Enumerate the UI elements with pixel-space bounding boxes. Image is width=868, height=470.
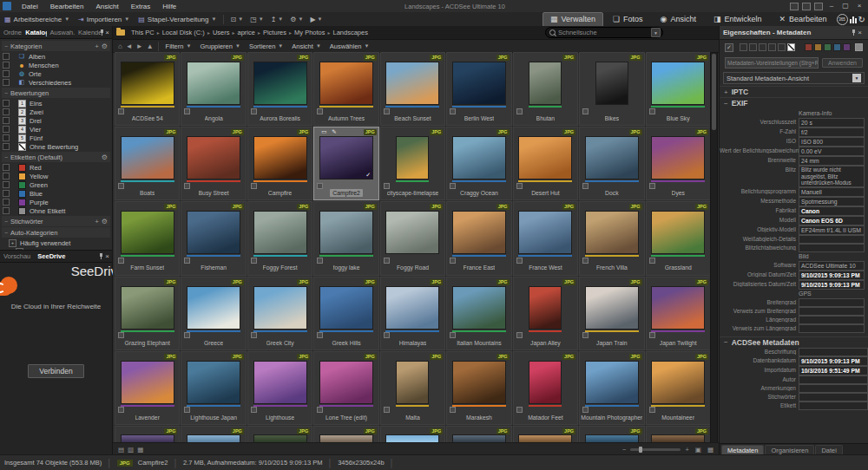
photo-tile-partial[interactable]: JPG <box>446 426 511 444</box>
photo-thumbnail[interactable] <box>452 211 506 254</box>
checkbox[interactable] <box>3 70 10 77</box>
label-item-blue[interactable]: Blue <box>0 189 112 198</box>
maximize-button[interactable]: ▢ <box>840 2 851 10</box>
checkbox[interactable] <box>3 164 10 171</box>
photo-tile-lighthouse[interactable]: JPGLighthouse <box>247 351 312 425</box>
menu-filtern[interactable]: Filtern▼ <box>161 42 196 50</box>
field-value[interactable] <box>799 324 865 333</box>
back-button[interactable]: ◄ <box>124 42 135 50</box>
photo-tile-blue-sky[interactable]: JPGBlue Sky <box>646 52 711 126</box>
field-value[interactable]: 9/10/2015 9:09:13 PM <box>799 271 865 280</box>
layout-toggle-1-button[interactable] <box>790 3 799 10</box>
zoom-slider[interactable] <box>630 448 681 451</box>
field-value[interactable] <box>799 375 868 384</box>
photo-tile-lone-tree-edit[interactable]: JPGLone Tree (edit) <box>313 351 378 425</box>
breadcrumb-item-pictures[interactable]: Pictures <box>260 29 289 36</box>
photo-tile-greek-hills[interactable]: JPGGreek Hills <box>313 277 378 350</box>
photo-tile-partial[interactable]: JPG <box>380 426 445 444</box>
category-item-verschiedenes[interactable]: ◧Verschiedenes <box>0 78 112 87</box>
color-label-button-2[interactable] <box>814 43 822 51</box>
zoom-out-button[interactable]: − <box>621 446 628 454</box>
section-header-auto-kategorien[interactable]: −Auto-Kategorien <box>2 227 110 238</box>
photo-tile-japan-twilight[interactable]: JPGJapan Twilight <box>646 277 711 350</box>
no-rating-button[interactable] <box>787 43 795 51</box>
photo-tile-france-west[interactable]: JPGFrance West <box>513 201 578 275</box>
settings-button[interactable]: ⚙▼ <box>286 16 306 23</box>
photo-tile-busy-street[interactable]: JPGBusy Street <box>181 127 246 200</box>
checkbox[interactable] <box>3 143 10 150</box>
convert-button[interactable]: ◳▼ <box>247 16 267 23</box>
field-value[interactable]: Spotmessung <box>799 197 865 206</box>
photo-tile-grassland[interactable]: JPGGrassland <box>646 201 711 275</box>
photo-tile-foggy-forest[interactable]: JPGFoggy Forest <box>247 201 312 275</box>
photo-tile-partial[interactable]: JPG <box>115 426 180 444</box>
metadata-view-select[interactable]: Standard Metadaten-Ansicht ▼ <box>723 72 865 84</box>
category-item-orte[interactable]: ◍Orte <box>0 69 112 78</box>
forward-button[interactable]: ► <box>135 42 145 50</box>
seedrive-connect-button[interactable]: Verbinden <box>28 364 83 378</box>
label-item-purple[interactable]: Purple <box>0 198 112 206</box>
menu-auswählen[interactable]: Auswählen▼ <box>326 42 374 50</box>
close-icon[interactable]: × <box>105 252 109 260</box>
photo-tile-bikes[interactable]: JPGBikes <box>579 52 644 126</box>
photo-tile-boats[interactable]: JPGBoats <box>115 127 180 200</box>
photo-thumbnail[interactable] <box>651 286 705 330</box>
breadcrumb-item-aprice[interactable]: aprice <box>235 29 258 36</box>
field-value[interactable] <box>799 348 868 356</box>
photo-thumbnail[interactable] <box>187 62 240 105</box>
pin-icon[interactable] <box>101 29 102 36</box>
photo-tile-dock[interactable]: JPGDock <box>579 127 644 200</box>
photo-tile-foggy-road[interactable]: JPGFoggy Road <box>380 201 445 275</box>
photo-tile-malta[interactable]: JPGMalta <box>380 351 445 425</box>
photo-thumbnail[interactable] <box>585 211 639 254</box>
photo-tile-italian-mountains[interactable]: JPGItalian Mountains <box>446 277 511 350</box>
preview-toggle-icon[interactable]: ▥ <box>126 446 135 454</box>
checkbox[interactable] <box>3 126 10 133</box>
photo-tile-himalayas[interactable]: JPGHimalayas <box>380 277 445 350</box>
section-header-kategorien[interactable]: −Kategorien+⚙ <box>2 41 110 51</box>
photo-thumbnail[interactable] <box>396 136 429 180</box>
photo-thumbnail[interactable] <box>452 62 506 105</box>
photo-tile-partial[interactable]: JPG <box>247 426 312 444</box>
photo-tile-dyes[interactable]: JPGDyes <box>646 127 711 200</box>
photo-tile-grazing-elephant[interactable]: JPGGrazing Elephant <box>115 277 180 350</box>
category-item-alben[interactable]: ❏Alben <box>0 52 112 61</box>
photo-tile-greece[interactable]: JPGGreece <box>181 277 246 350</box>
sidebar-tab-kalender[interactable]: Kalender <box>75 29 101 36</box>
section-header-bewertungen[interactable]: −Bewertungen <box>2 88 110 98</box>
photo-thumbnail[interactable] <box>187 136 240 180</box>
photo-thumbnail[interactable] <box>585 361 639 404</box>
photo-thumbnail[interactable] <box>385 286 439 330</box>
field-value[interactable] <box>799 307 865 316</box>
checkbox[interactable] <box>3 190 10 197</box>
checkbox[interactable] <box>3 173 10 180</box>
view-dropdown-icon[interactable]: ▼ <box>852 74 861 82</box>
grid-view-icon[interactable]: ▣ <box>694 446 703 454</box>
add-icon[interactable]: + <box>95 218 99 225</box>
field-value[interactable] <box>799 244 865 252</box>
tagged-checkbox[interactable]: ✓ <box>725 43 733 52</box>
sidebar-tab-vorschau[interactable]: Vorschau <box>0 252 34 260</box>
gear-icon[interactable]: ⚙ <box>102 153 108 161</box>
section-exif[interactable]: − EXIF <box>720 97 868 108</box>
layout-toggle-3-button[interactable] <box>814 3 823 10</box>
dashboard-chart-icon[interactable] <box>850 16 857 23</box>
photo-thumbnail[interactable] <box>651 136 705 180</box>
color-label-button-4[interactable] <box>833 43 841 51</box>
color-label-button-5[interactable] <box>843 43 851 51</box>
photo-tile-france-east[interactable]: JPGFrance East <box>446 201 511 275</box>
photo-tile-japan-alley[interactable]: JPGJapan Alley <box>513 277 578 350</box>
minimize-button[interactable]: – <box>826 2 837 10</box>
field-value[interactable] <box>799 235 865 244</box>
mode-verwalten[interactable]: ▦Verwalten <box>542 12 603 27</box>
checkbox[interactable] <box>3 134 10 141</box>
close-icon[interactable]: × <box>105 29 109 36</box>
checkbox[interactable] <box>3 117 10 124</box>
zoom-in-button[interactable]: + <box>683 446 690 454</box>
quick-search-input[interactable]: Schnellsuche ▼ <box>545 27 663 38</box>
field-value[interactable]: 9/10/2015 9:09:13 PM <box>799 356 868 366</box>
rating-2-button[interactable] <box>749 43 757 51</box>
photo-thumbnail[interactable] <box>529 286 562 330</box>
list-view-icon[interactable]: ▦ <box>706 446 715 454</box>
add-icon[interactable]: + <box>95 42 99 50</box>
